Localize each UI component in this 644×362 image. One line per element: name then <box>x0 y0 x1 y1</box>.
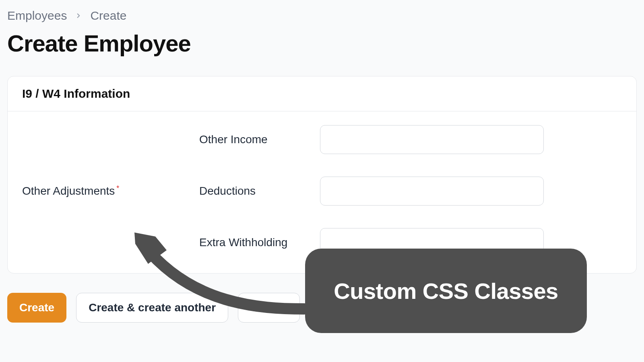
create-and-another-button[interactable]: Create & create another <box>76 293 228 323</box>
section-label-other-adjustments: Other Adjustments* <box>22 184 199 197</box>
page-title: Create Employee <box>7 30 637 57</box>
card-i9-w4: I9 / W4 Information Other Income Other A… <box>7 76 637 274</box>
annotation-callout: Custom CSS Classes <box>305 249 587 333</box>
form-row-other-income: Other Income <box>22 125 622 154</box>
chevron-right-icon <box>75 12 82 19</box>
breadcrumb-employees-link[interactable]: Employees <box>7 9 67 23</box>
card-header-title: I9 / W4 Information <box>22 87 622 101</box>
cancel-button[interactable]: Cancel <box>238 293 300 323</box>
section-label-text: Other Adjustments <box>22 185 115 197</box>
input-other-income[interactable] <box>320 125 544 154</box>
label-other-income: Other Income <box>199 133 320 146</box>
form-row-deductions: Other Adjustments* Deductions <box>22 177 622 206</box>
label-deductions: Deductions <box>199 185 320 197</box>
annotation-callout-text: Custom CSS Classes <box>334 278 558 304</box>
required-asterisk: * <box>116 184 119 192</box>
create-button[interactable]: Create <box>7 293 66 323</box>
card-header: I9 / W4 Information <box>8 76 636 111</box>
label-extra-withholding: Extra Withholding <box>199 236 320 249</box>
breadcrumb-current: Create <box>90 9 126 23</box>
breadcrumb: Employees Create <box>7 9 637 23</box>
input-deductions[interactable] <box>320 177 544 206</box>
